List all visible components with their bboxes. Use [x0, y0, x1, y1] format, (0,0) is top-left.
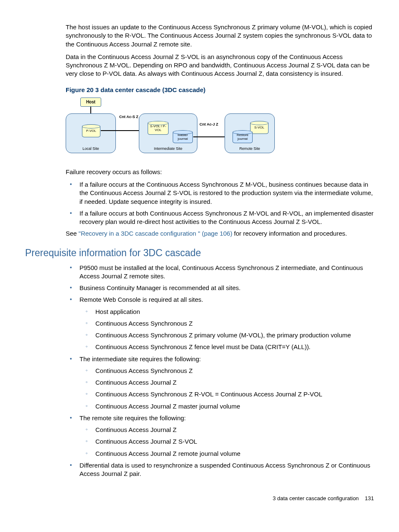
paragraph: Failure recovery occurs as follows: — [66, 168, 374, 176]
svol-pvol-cylinder: S-VOL / P-VOL — [148, 122, 169, 135]
figure-caption: Figure 20 3 data center cascade (3DC cas… — [66, 86, 374, 94]
text: See — [66, 230, 79, 237]
paragraph: The host issues an update to the Continu… — [66, 23, 374, 49]
list-item: Differential data is used to resynchroni… — [66, 461, 374, 478]
restore-journal-cylinder: Restore journal — [233, 131, 253, 143]
list-item: P9500 must be installed at the local, Co… — [66, 264, 374, 281]
text: for recovery information and procedures. — [232, 230, 347, 237]
svol-cylinder: S-VOL — [250, 122, 269, 134]
arrow-label: Cnt Ac-S Z — [119, 114, 138, 119]
host-box: Host — [80, 98, 101, 107]
list-item: The remote site requires the following: … — [66, 414, 374, 458]
list-item: Business Continuity Manager is recommend… — [66, 284, 374, 292]
section-heading: Prerequisite information for 3DC cascade — [25, 247, 374, 260]
text: Remote Web Console is required at all si… — [79, 296, 203, 303]
paragraph: See "Recovery in a 3DC cascade configura… — [66, 229, 374, 238]
list-item: If a failure occurs at the Continuous Ac… — [66, 180, 374, 206]
list-item: Continuous Access Journal Z S-VOL — [79, 437, 374, 446]
master-journal-cylinder: Master journal — [173, 131, 193, 143]
list-item: The intermediate site requires the follo… — [66, 355, 374, 411]
pvol-cylinder: P-VOL — [82, 126, 100, 137]
site-label: Local Site — [66, 146, 115, 151]
list-item: Continuous Access Journal Z master journ… — [79, 402, 374, 411]
list-item: Host application — [79, 308, 374, 316]
list-item: Continuous Access Synchronous Z — [79, 367, 374, 375]
page-footer: 3 data center cascade configuration 131 — [25, 495, 374, 502]
text: The remote site requires the following: — [79, 414, 186, 421]
site-label: Remote Site — [225, 146, 274, 151]
list-item: Remote Web Console is required at all si… — [66, 296, 374, 351]
list-item: If a failure occurs at both Continuous A… — [66, 209, 374, 226]
list-item: Continuous Access Synchronous Z R-VOL = … — [79, 390, 374, 398]
paragraph: Data in the Continuous Access Journal Z … — [66, 53, 374, 78]
list-item: Continuous Access Synchronous Z primary … — [79, 331, 374, 339]
figure-diagram: Host P-VOL Local Site Cnt Ac-S Z S-VOL /… — [66, 98, 275, 160]
site-label: Intermediate Site — [139, 146, 197, 151]
text: The intermediate site requires the follo… — [79, 355, 201, 362]
list-item: Continuous Access Journal Z — [79, 378, 374, 387]
list-item: Continuous Access Journal Z — [79, 426, 374, 434]
list-item: Continuous Access Synchronous Z fence le… — [79, 343, 374, 351]
recovery-link[interactable]: "Recovery in a 3DC cascade configuration… — [79, 230, 233, 237]
list-item: Continuous Access Synchronous Z — [79, 319, 374, 328]
arrow-label: Cnt Ac-J Z — [200, 122, 218, 127]
list-item: Continuous Access Journal Z remote journ… — [79, 450, 374, 458]
page-number: 131 — [365, 495, 374, 501]
footer-text: 3 data center cascade configuration — [273, 495, 359, 501]
